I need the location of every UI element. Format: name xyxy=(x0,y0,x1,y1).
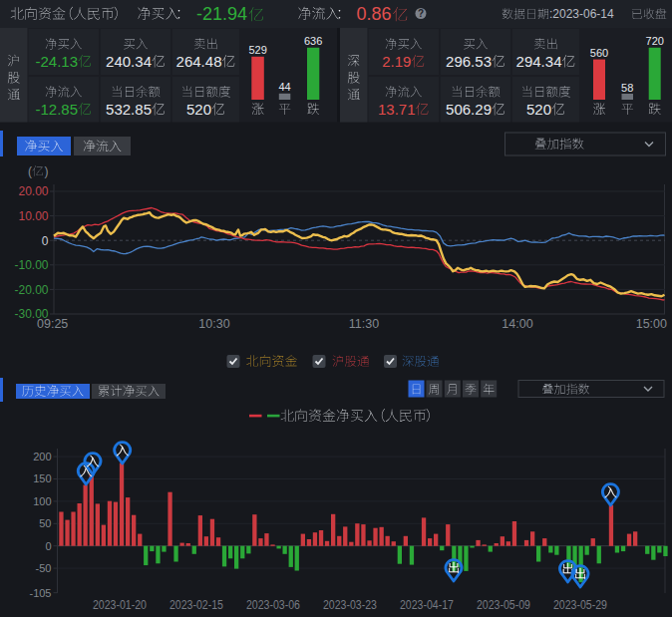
svg-text:09:25: 09:25 xyxy=(37,317,68,331)
svg-text:2023-04-17: 2023-04-17 xyxy=(400,598,454,612)
svg-text:2023-01-20: 2023-01-20 xyxy=(93,598,147,612)
svg-text:636: 636 xyxy=(304,35,322,47)
svg-text:-24.13: -24.13 xyxy=(36,53,79,70)
svg-text:2.19: 2.19 xyxy=(382,53,411,70)
svg-text:0: 0 xyxy=(45,540,51,552)
svg-text:200: 200 xyxy=(33,451,51,463)
svg-text:150: 150 xyxy=(33,472,51,484)
svg-text:560: 560 xyxy=(590,47,608,59)
svg-text:0: 0 xyxy=(42,234,49,248)
svg-text:-21.94: -21.94 xyxy=(196,4,247,24)
svg-text:529: 529 xyxy=(248,44,266,56)
svg-text:296.53: 296.53 xyxy=(446,53,492,70)
svg-text:520: 520 xyxy=(186,101,211,118)
svg-text:520: 520 xyxy=(526,101,551,118)
svg-text:-10.00: -10.00 xyxy=(14,258,48,272)
svg-text:10:30: 10:30 xyxy=(198,317,229,331)
svg-text:14:00: 14:00 xyxy=(502,317,532,331)
svg-text:58: 58 xyxy=(621,82,633,94)
svg-text:294.34: 294.34 xyxy=(516,53,562,70)
svg-text:-105: -105 xyxy=(29,587,51,599)
svg-text:): ) xyxy=(45,164,49,178)
svg-text::2023-06-14: :2023-06-14 xyxy=(549,7,614,21)
svg-text:?: ? xyxy=(418,8,424,19)
svg-text:2023-03-06: 2023-03-06 xyxy=(246,598,300,612)
svg-text:2023-03-23: 2023-03-23 xyxy=(323,598,377,612)
svg-text:15:00: 15:00 xyxy=(636,317,667,331)
svg-text:2023-05-29: 2023-05-29 xyxy=(553,598,607,612)
svg-text:2023-05-09: 2023-05-09 xyxy=(477,598,530,612)
svg-text:(: ( xyxy=(28,164,32,178)
svg-text:10.00: 10.00 xyxy=(18,209,48,223)
svg-text:-20.00: -20.00 xyxy=(14,283,48,297)
svg-text:-12.85: -12.85 xyxy=(36,101,79,118)
svg-text:264.48: 264.48 xyxy=(176,53,222,70)
svg-text:2023-02-15: 2023-02-15 xyxy=(169,598,223,612)
svg-text:13.71: 13.71 xyxy=(378,101,416,118)
svg-text:100: 100 xyxy=(33,495,51,507)
svg-text:11:30: 11:30 xyxy=(349,317,379,331)
svg-text:20.00: 20.00 xyxy=(18,184,48,198)
svg-text:506.29: 506.29 xyxy=(446,101,492,118)
svg-text:532.85: 532.85 xyxy=(106,101,152,118)
svg-text:44: 44 xyxy=(278,81,290,93)
svg-text:720: 720 xyxy=(646,35,664,47)
svg-text:0.86: 0.86 xyxy=(357,4,392,24)
svg-text:-50: -50 xyxy=(36,562,52,574)
svg-text:50: 50 xyxy=(39,517,51,529)
svg-text:240.34: 240.34 xyxy=(106,53,152,70)
